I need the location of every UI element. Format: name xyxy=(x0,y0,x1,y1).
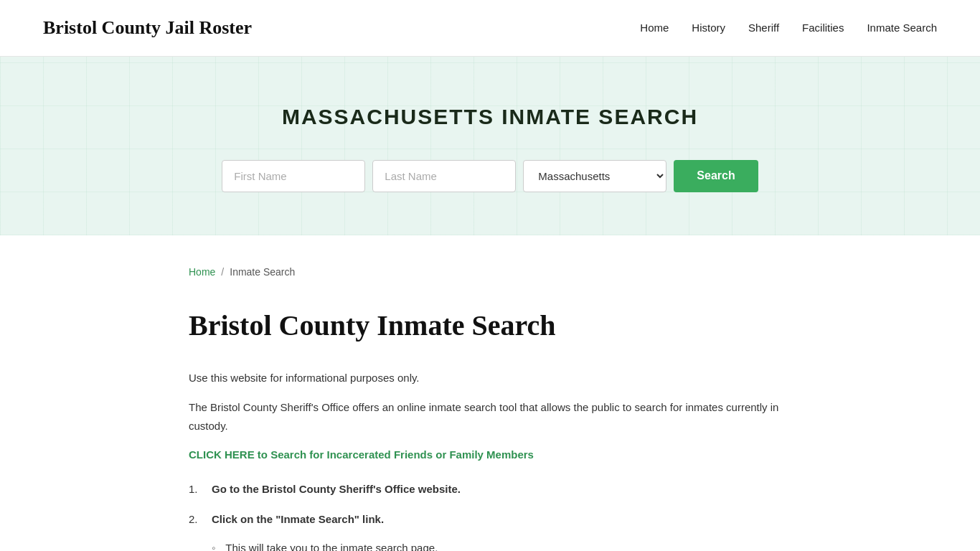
step-1-num: 1. xyxy=(189,481,206,498)
nav-item-home[interactable]: Home xyxy=(640,19,669,37)
main-content: Home / Inmate Search Bristol County Inma… xyxy=(146,235,834,551)
nav-link-facilities[interactable]: Facilities xyxy=(802,22,844,34)
state-select[interactable]: Massachusetts Alabama Alaska Arizona Ark… xyxy=(523,160,666,192)
step-2-num: 2. xyxy=(189,511,206,528)
nav-list: Home History Sheriff Facilities Inmate S… xyxy=(640,19,937,37)
last-name-input[interactable] xyxy=(372,160,516,192)
first-name-input[interactable] xyxy=(222,160,365,192)
nav-link-history[interactable]: History xyxy=(692,22,725,34)
inmate-search-form: Massachusetts Alabama Alaska Arizona Ark… xyxy=(14,160,966,192)
hero-section: MASSACHUSETTS INMATE SEARCH Massachusett… xyxy=(0,57,980,235)
step-2-sub-list: This will take you to the inmate search … xyxy=(189,540,438,551)
hero-title: MASSACHUSETTS INMATE SEARCH xyxy=(14,100,966,134)
breadcrumb-separator: / xyxy=(221,264,224,280)
nav-item-inmate-search[interactable]: Inmate Search xyxy=(867,19,937,37)
main-nav: Home History Sheriff Facilities Inmate S… xyxy=(640,19,937,37)
step-1: 1. Go to the Bristol County Sheriff's Of… xyxy=(189,481,791,498)
step-2-sub-1: This will take you to the inmate search … xyxy=(212,540,438,551)
site-title[interactable]: Bristol County Jail Roster xyxy=(43,13,252,43)
search-link[interactable]: CLICK HERE to Search for Incarcerated Fr… xyxy=(189,446,791,463)
nav-item-sheriff[interactable]: Sheriff xyxy=(748,19,779,37)
nav-link-sheriff[interactable]: Sheriff xyxy=(748,22,779,34)
nav-link-inmate-search[interactable]: Inmate Search xyxy=(867,22,937,34)
step-2-text: Click on the "Inmate Search" link. xyxy=(212,511,384,528)
info-para-2: The Bristol County Sheriff's Office offe… xyxy=(189,398,791,435)
nav-item-history[interactable]: History xyxy=(692,19,725,37)
steps-list: 1. Go to the Bristol County Sheriff's Of… xyxy=(189,481,791,551)
info-para-1: Use this website for informational purpo… xyxy=(189,369,791,387)
breadcrumb-home[interactable]: Home xyxy=(189,264,215,280)
breadcrumb: Home / Inmate Search xyxy=(189,264,791,280)
step-2: 2. Click on the "Inmate Search" link. Th… xyxy=(189,511,791,551)
site-header: Bristol County Jail Roster Home History … xyxy=(0,0,980,57)
step-2-sub-1-text: This will take you to the inmate search … xyxy=(225,540,438,551)
search-button[interactable]: Search xyxy=(674,160,758,192)
breadcrumb-current: Inmate Search xyxy=(230,264,295,280)
step-1-text: Go to the Bristol County Sheriff's Offic… xyxy=(212,481,461,498)
page-title: Bristol County Inmate Search xyxy=(189,303,791,349)
nav-item-facilities[interactable]: Facilities xyxy=(802,19,844,37)
nav-link-home[interactable]: Home xyxy=(640,22,669,34)
